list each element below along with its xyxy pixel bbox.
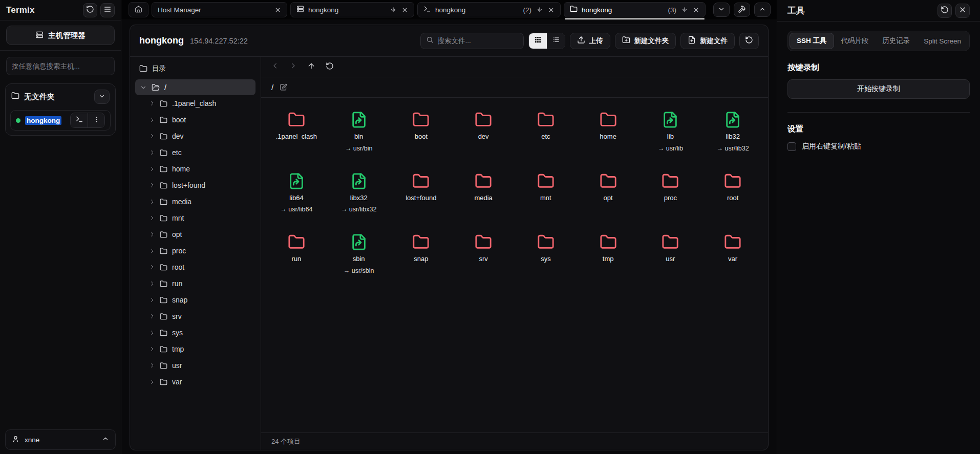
tools-refresh-button[interactable] [938, 4, 952, 18]
panel-collapse-button[interactable] [713, 3, 730, 17]
edit-path-icon[interactable] [280, 83, 287, 91]
tree-item-root[interactable]: root [135, 259, 255, 275]
tab-home[interactable] [129, 2, 148, 17]
fm-refresh-button[interactable] [739, 33, 759, 49]
tools-close-button[interactable] [955, 4, 970, 18]
chevron-right-icon [149, 215, 155, 221]
tools-tab-历史记录[interactable]: 历史记录 [876, 33, 917, 49]
tools-body: SSH 工具代码片段历史记录Split Screen 按键录制 开始按键录制 设… [777, 21, 980, 160]
tree-item-mnt[interactable]: mnt [135, 210, 255, 226]
host-search-input[interactable] [6, 57, 115, 75]
file-item-root[interactable]: root [701, 172, 764, 213]
file-item-boot[interactable]: boot [390, 111, 453, 152]
tree-item-etc[interactable]: etc [135, 144, 255, 161]
file-item-snap[interactable]: snap [390, 233, 453, 274]
file-search-box [420, 33, 524, 49]
host-manager-button[interactable]: 主机管理器 [6, 26, 115, 45]
tools-toggle-button[interactable] [734, 3, 750, 17]
new-folder-button[interactable]: 新建文件夹 [615, 33, 676, 49]
tab-split-icon[interactable] [681, 6, 688, 13]
file-manager-body: 目录 / .1panel_clashbootdevetchomelost+fou… [130, 57, 768, 450]
folder-icon [160, 329, 167, 337]
tree-item-proc[interactable]: proc [135, 243, 255, 259]
file-search-input[interactable] [438, 37, 518, 45]
tree-item-snap[interactable]: snap [135, 292, 255, 308]
user-footer[interactable]: xnne [5, 429, 116, 450]
file-item-lost+found[interactable]: lost+found [390, 172, 453, 213]
tree-item-dev[interactable]: dev [135, 128, 255, 144]
start-recording-button[interactable]: 开始按键录制 [787, 79, 970, 99]
tab-hongkong-3[interactable]: hongkong(3) [564, 2, 706, 17]
tab-host-manager[interactable]: Host Manager [152, 2, 287, 17]
tab-close-icon[interactable] [401, 7, 408, 13]
host-terminal-button[interactable] [71, 113, 88, 127]
nav-back-button[interactable] [271, 62, 279, 72]
tab-split-icon[interactable] [536, 6, 543, 13]
nav-up-button[interactable] [307, 62, 315, 72]
panel-expand-button[interactable] [754, 3, 771, 17]
sidebar-menu-button[interactable] [100, 3, 115, 17]
tree-item-usr[interactable]: usr [135, 357, 255, 374]
file-item-lib64[interactable]: lib64→ usr/lib64 [265, 172, 328, 213]
file-item-mnt[interactable]: mnt [515, 172, 577, 213]
tree-item-home[interactable]: home [135, 161, 255, 177]
file-item-lib32[interactable]: lib32→ usr/lib32 [701, 111, 764, 152]
file-item-run[interactable]: run [265, 233, 328, 274]
tools-tab-代码片段[interactable]: 代码片段 [834, 33, 875, 49]
tree-item-.1panel_clash[interactable]: .1panel_clash [135, 95, 255, 112]
folder-icon [412, 172, 430, 190]
tab-split-icon[interactable] [390, 6, 397, 13]
file-item-opt[interactable]: opt [577, 172, 640, 213]
list-view-button[interactable] [547, 33, 565, 49]
file-item-tmp[interactable]: tmp [577, 233, 640, 274]
file-name: snap [414, 254, 428, 264]
tree-item-run[interactable]: run [135, 275, 255, 292]
nav-refresh-button[interactable] [326, 62, 334, 72]
file-item-.1panel_clash[interactable]: .1panel_clash [265, 111, 328, 152]
file-item-dev[interactable]: dev [452, 111, 515, 152]
tree-item-root[interactable]: / [135, 79, 255, 95]
host-item-hongkong[interactable]: hongkong [10, 110, 111, 131]
folder-icon [160, 214, 167, 222]
file-item-lib[interactable]: lib→ usr/lib [640, 111, 702, 152]
tree-item-boot[interactable]: boot [135, 112, 255, 128]
file-item-etc[interactable]: etc [515, 111, 577, 152]
file-item-bin[interactable]: bin→ usr/bin [328, 111, 390, 152]
sidebar-refresh-button[interactable] [83, 3, 97, 17]
folder-group-collapse-button[interactable] [94, 90, 110, 104]
file-item-sbin[interactable]: sbin→ usr/sbin [328, 233, 390, 274]
refresh-icon [745, 36, 753, 46]
tab-close-icon[interactable] [274, 7, 281, 13]
tree-item-tmp[interactable]: tmp [135, 341, 255, 357]
upload-button[interactable]: 上传 [570, 33, 610, 49]
right-click-copy-paste-checkbox[interactable] [787, 142, 796, 151]
tools-tab-split-screen[interactable]: Split Screen [917, 33, 968, 49]
file-item-libx32[interactable]: libx32→ usr/libx32 [328, 172, 390, 213]
host-more-button[interactable] [88, 113, 104, 127]
new-file-label: 新建文件 [700, 36, 728, 46]
file-item-var[interactable]: var [701, 233, 764, 274]
tree-item-sys[interactable]: sys [135, 325, 255, 341]
file-item-usr[interactable]: usr [640, 233, 702, 274]
tree-item-srv[interactable]: srv [135, 308, 255, 325]
tree-item-media[interactable]: media [135, 193, 255, 210]
grid-view-button[interactable] [529, 33, 547, 49]
tree-item-var[interactable]: var [135, 374, 255, 390]
tab-close-icon[interactable] [693, 7, 699, 13]
new-file-button[interactable]: 新建文件 [680, 33, 735, 49]
file-manager-panel: hongkong 154.94.227.52:22 [130, 25, 769, 450]
file-item-sys[interactable]: sys [515, 233, 577, 274]
tree-item-opt[interactable]: opt [135, 226, 255, 243]
file-item-srv[interactable]: srv [452, 233, 515, 274]
tab-hongkong-1[interactable]: hongkong [290, 2, 414, 17]
tools-title: 工具 [787, 5, 805, 16]
tab-hongkong-2[interactable]: hongkong(2) [417, 2, 561, 17]
file-name: lib64 [289, 193, 303, 203]
file-item-home[interactable]: home [577, 111, 640, 152]
tab-close-icon[interactable] [548, 7, 555, 13]
nav-forward-button[interactable] [289, 62, 297, 72]
tools-tab-ssh-工具[interactable]: SSH 工具 [790, 33, 834, 49]
file-item-media[interactable]: media [452, 172, 515, 213]
file-item-proc[interactable]: proc [640, 172, 702, 213]
tree-item-lost+found[interactable]: lost+found [135, 177, 255, 193]
